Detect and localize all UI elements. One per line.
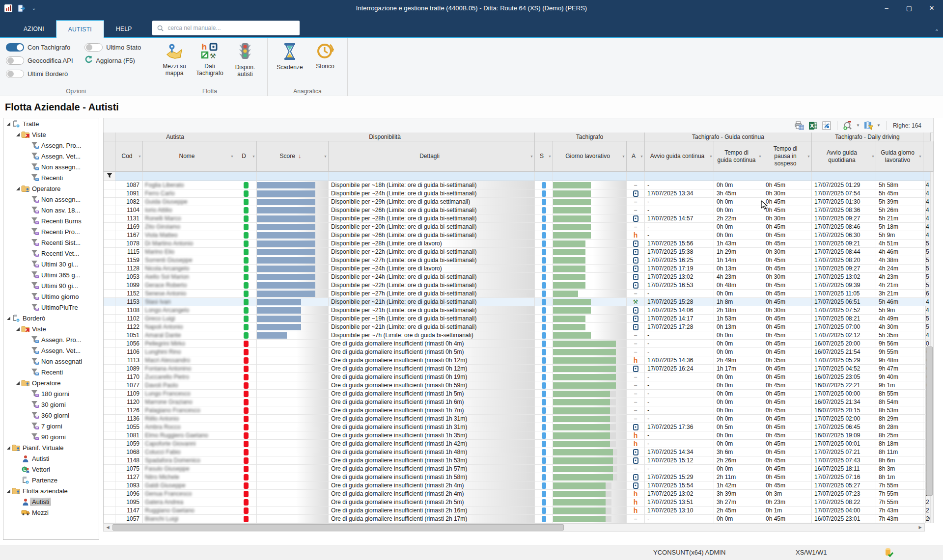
filter-cell-agc[interactable]: [645, 172, 714, 181]
dropdown-icon[interactable]: ▼: [877, 123, 881, 128]
filter-cell-nome[interactable]: [143, 172, 235, 181]
filter-indicator-cell[interactable]: [104, 172, 115, 181]
tree-item-ultimi-90-gi[interactable]: Ultimi 90 gi...: [3, 280, 99, 291]
filter-cell-score[interactable]: [257, 172, 329, 181]
table-row[interactable]: 1087Foglia LiberatoDisponibile per ~18h …: [104, 181, 925, 189]
table-row[interactable]: 1095Gatera AndreaOre di guida giornalier…: [104, 498, 925, 507]
column-header-agc[interactable]: Avvio guida continua▼: [645, 141, 714, 172]
toggle-ultimo-stato[interactable]: Ultimo Stato: [84, 43, 146, 52]
table-row[interactable]: 1148Spadafora DomenicoOre di guida giorn…: [104, 456, 925, 465]
column-header-ggl[interactable]: Guida giorno lavorativo▼: [876, 141, 923, 172]
table-row[interactable]: 1127Nitro MicheleOre di guida giornalier…: [104, 473, 925, 481]
filter-cell-ggl[interactable]: [876, 172, 923, 181]
column-dropdown-icon[interactable]: ▼: [548, 154, 552, 159]
dispon-autisti-button[interactable]: Dispon.autisti: [229, 41, 261, 78]
filter-cell-d[interactable]: [235, 172, 257, 181]
column-dropdown-icon[interactable]: ▼: [807, 154, 810, 159]
tree-item-recenti[interactable]: Recenti: [3, 172, 99, 183]
toggle-pill[interactable]: [6, 70, 24, 78]
table-row[interactable]: 1056Pellegrini MirkoOre di guida giornal…: [104, 340, 925, 348]
table-row[interactable]: 1068Colucci FabioOre di guida giornalier…: [104, 448, 925, 456]
expand-icon[interactable]: [5, 122, 11, 126]
filter-cell-cod[interactable]: [115, 172, 143, 181]
tree-item-border[interactable]: Borderò: [3, 313, 99, 323]
vertical-scrollbar[interactable]: ▲ ▼: [925, 133, 934, 523]
tree-item-viste[interactable]: Viste: [3, 323, 99, 334]
toggle-ultimi-bordero[interactable]: Ultimi Borderò: [6, 70, 78, 78]
table-row[interactable]: 1122Napoli AntonioDisponibile per ~21h (…: [104, 323, 925, 331]
column-header-tgc[interactable]: Tempo di guida continua▼: [714, 141, 763, 172]
table-row[interactable]: 1120Marrone GrazianoOre di guida giornal…: [104, 398, 925, 406]
filter-cell-a[interactable]: [627, 172, 645, 181]
toggle-geocodifica-api[interactable]: Geocodifica API: [6, 56, 78, 65]
column-dropdown-icon[interactable]: ▼: [324, 154, 327, 159]
tree-item-assegn-pro[interactable]: Assegn. Pro...: [3, 140, 99, 151]
toggle-pill[interactable]: [6, 43, 24, 52]
table-row[interactable]: 1082Guida GiuseppeDisponibile per ~29h (…: [104, 198, 925, 206]
column-dropdown-icon[interactable]: ▼: [871, 154, 875, 159]
scroll-right-icon[interactable]: ▶: [916, 525, 924, 530]
manual-search-input[interactable]: cerca nel manuale...: [152, 21, 300, 35]
table-row[interactable]: 1152Senese AntonioDisponibile per ~27h (…: [104, 290, 925, 298]
table-row[interactable]: 1167Viola MatteoDisponibile per ~26h (Li…: [104, 231, 925, 240]
minimize-button[interactable]: –: [875, 0, 898, 16]
tree-item-recenti-pro[interactable]: Recenti Pro...: [3, 226, 99, 237]
tree-item-operatore[interactable]: Operatore: [3, 377, 99, 388]
table-row[interactable]: 1053Aiello Sol MarionDisponibile per ~24…: [104, 273, 925, 281]
tree-item-assegn-pro[interactable]: Assegn. Pro...: [3, 334, 99, 345]
dropdown-icon[interactable]: ▼: [856, 123, 860, 128]
table-row[interactable]: 1055Ambra RoccoOre di guida giornaliere …: [104, 423, 925, 431]
table-row[interactable]: 1078Di Martino AntonioDisponibile per ~2…: [104, 240, 925, 248]
column-dropdown-icon[interactable]: ▼: [622, 154, 625, 159]
table-row[interactable]: 1091Ferro CarloDisponibile per ~24h (Lim…: [104, 189, 925, 198]
horizontal-scrollbar[interactable]: ◀ ▶: [103, 523, 925, 532]
tree-item-recenti[interactable]: Recenti: [3, 367, 99, 377]
table-row[interactable]: 1108Longo ArcangeloDisponibile per ~21h …: [104, 306, 925, 315]
column-header-d[interactable]: D▼: [235, 141, 257, 172]
table-row[interactable]: 1096Genua FrancescoOre di guida giornali…: [104, 490, 925, 498]
column-dropdown-icon[interactable]: ▼: [138, 154, 141, 159]
column-header-nome[interactable]: Nome▼: [143, 141, 235, 172]
tree-item-ultimi-365-g[interactable]: Ultimi 365 g...: [3, 269, 99, 280]
expand-icon[interactable]: [5, 316, 11, 320]
expand-icon[interactable]: [5, 446, 11, 450]
storico-button[interactable]: Storico: [309, 41, 341, 71]
grid-filter-row[interactable]: [104, 172, 925, 181]
expand-icon[interactable]: [15, 381, 21, 385]
mezzi-su-mappa-button[interactable]: Mezzi sumappa: [158, 41, 191, 78]
tree-item-partenze[interactable]: Partenze: [3, 475, 99, 485]
tab-autisti[interactable]: AUTISTI: [56, 20, 104, 38]
tree-item-non-assegn[interactable]: Non assegn...: [3, 161, 99, 172]
tree-item-pianif-virtuale[interactable]: Pianif. Virtuale: [3, 442, 99, 453]
close-button[interactable]: ✕: [920, 0, 943, 16]
tree-item-recenti-sist[interactable]: Recenti Sist...: [3, 237, 99, 248]
tree-item-flotta-aziendale[interactable]: Flotta aziendale: [3, 485, 99, 496]
table-row[interactable]: 1089Fontana AntoninoOre di guida giornal…: [104, 365, 925, 373]
table-row[interactable]: 1136Riillo AntonioOre di guida giornalie…: [104, 415, 925, 423]
aggiorna-button[interactable]: Aggiorna (F5): [84, 55, 146, 65]
tab-help[interactable]: HELP: [104, 20, 144, 38]
table-row[interactable]: 1115Marino ElioDisponibile per ~22h (Lim…: [104, 248, 925, 256]
table-row[interactable]: 1081Elmo Ruggiero GaetanoOre di guida gi…: [104, 431, 925, 440]
column-dropdown-icon[interactable]: ▼: [709, 154, 713, 159]
tree-item-operatore[interactable]: Operatore: [3, 183, 99, 194]
table-row[interactable]: 1059Capoforte GiovanniOre di guida giorn…: [104, 440, 925, 448]
column-dropdown-icon[interactable]: ▼: [640, 154, 643, 159]
filter-cell-det[interactable]: [329, 172, 535, 181]
vertical-scroll-thumb[interactable]: [926, 347, 933, 496]
dati-tachigrafo-button[interactable]: h⚒DatiTachigrafo: [194, 41, 226, 78]
tree-item-ultimo-giorno[interactable]: Ultimo giorno: [3, 291, 99, 302]
toggle-pill[interactable]: [84, 43, 103, 52]
tree-item-non-asv-18[interactable]: Non asv. 18...: [3, 205, 99, 215]
tree-item-assegn-vet[interactable]: Assegn. Vet...: [3, 345, 99, 356]
tree-item-viste[interactable]: Viste: [3, 129, 99, 140]
expand-icon[interactable]: [15, 327, 21, 331]
tree-item-tratte[interactable]: Tratte: [3, 118, 99, 129]
column-filter-icon[interactable]: [863, 121, 874, 131]
filter-cell-tgc[interactable]: [714, 172, 763, 181]
tree-item-non-assegnati[interactable]: Non assegnati: [3, 356, 99, 367]
column-dropdown-icon[interactable]: ▼: [918, 154, 922, 159]
table-row[interactable]: 1147Ruggiano GaetanoOre di guida giornal…: [104, 507, 925, 515]
table-row[interactable]: 1075Fasulo GiuseppeOre di guida giornali…: [104, 465, 925, 473]
print-icon[interactable]: [794, 121, 804, 131]
